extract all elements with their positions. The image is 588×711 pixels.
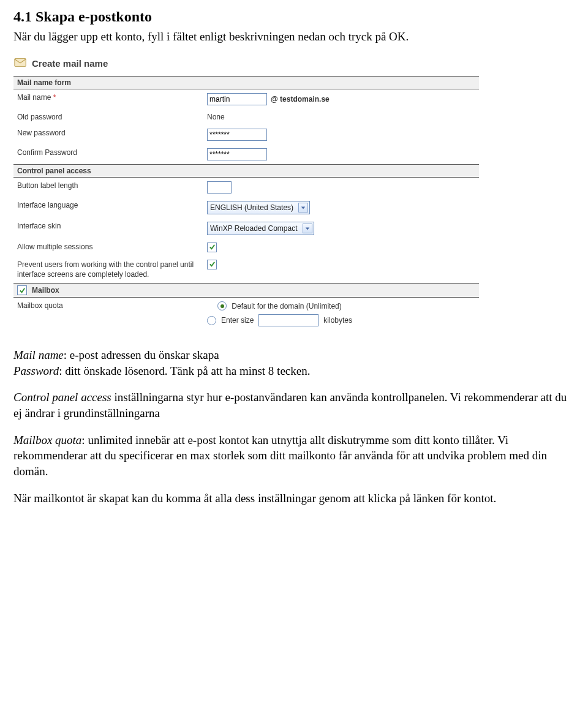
row-interface-language: Interface language ENGLISH (United State… xyxy=(13,197,479,218)
row-prevent-users: Prevent users from working with the cont… xyxy=(13,256,479,283)
quota-size-radio[interactable] xyxy=(207,316,216,325)
term-password: Password xyxy=(13,364,59,377)
quota-default-radio[interactable] xyxy=(217,301,227,310)
section-mailbox: Mailbox xyxy=(13,283,479,298)
mailbox-header-text: Mailbox xyxy=(32,286,59,295)
mailbox-checkbox[interactable] xyxy=(17,285,27,295)
required-mark: * xyxy=(53,93,56,102)
quota-option-size: Enter size kilobytes xyxy=(207,314,352,326)
term-quota: Mailbox quota xyxy=(13,434,81,446)
create-mail-form: Create mail name Mail name form Mail nam… xyxy=(13,56,479,330)
row-mail-name: Mail name * @ testdomain.se xyxy=(13,89,479,109)
label-prevent-users: Prevent users from working with the cont… xyxy=(17,260,207,279)
label-mail-name-text: Mail name xyxy=(17,93,51,102)
chevron-down-icon xyxy=(303,224,312,233)
confirm-password-input[interactable] xyxy=(207,148,267,160)
row-allow-multiple: Allow multiple sessions xyxy=(13,239,479,256)
term-mail-text: : e-post adressen du önskar skapa xyxy=(64,348,219,361)
prevent-users-checkbox[interactable] xyxy=(207,260,217,269)
button-label-length-input[interactable] xyxy=(207,181,232,194)
term-quota-text: : unlimited innebär att e-post kontot ka… xyxy=(13,434,547,478)
mail-name-input[interactable] xyxy=(207,93,267,105)
label-allow-multiple: Allow multiple sessions xyxy=(17,243,207,251)
term-mail-name: Mail name xyxy=(13,348,64,361)
para-end: När mailkontot är skapat kan du komma åt… xyxy=(13,491,575,506)
svg-marker-1 xyxy=(301,206,305,209)
para-cpa: Control panel access inställningarna sty… xyxy=(13,389,575,421)
chevron-down-icon xyxy=(298,203,308,213)
form-title-text: Create mail name xyxy=(32,58,108,69)
row-interface-skin: Interface skin WinXP Reloaded Compact xyxy=(13,218,479,239)
label-button-label-length: Button label length xyxy=(17,181,207,190)
section-control-panel-access: Control panel access xyxy=(13,164,479,178)
label-mail-name: Mail name * xyxy=(17,93,207,102)
section-mail-name-form: Mail name form xyxy=(13,76,479,89)
term-password-text: : ditt önskade lösenord. Tänk på att ha … xyxy=(59,364,310,377)
row-button-label-length: Button label length xyxy=(13,178,479,197)
label-interface-skin: Interface skin xyxy=(17,222,207,230)
new-password-input[interactable] xyxy=(207,129,267,141)
row-mailbox-quota: Mailbox quota Default for the domain (Un… xyxy=(13,298,479,330)
svg-marker-2 xyxy=(305,227,309,230)
quota-option-default: Default for the domain (Unlimited) xyxy=(217,301,341,310)
row-old-password: Old password None xyxy=(13,109,479,125)
interface-skin-select[interactable]: WinXP Reloaded Compact xyxy=(207,222,314,235)
label-new-password: New password xyxy=(17,129,207,137)
label-confirm-password: Confirm Password xyxy=(17,148,207,157)
quota-unit-label: kilobytes xyxy=(323,316,352,325)
old-password-value: None xyxy=(207,113,225,121)
section-heading: 4.1 Skapa e-postkonto xyxy=(13,9,575,25)
intro-paragraph: När du lägger upp ett konto, fyll i fält… xyxy=(13,29,575,45)
row-confirm-password: Confirm Password xyxy=(13,145,479,164)
interface-language-value: ENGLISH (United States) xyxy=(210,203,293,212)
mail-domain-text: @ testdomain.se xyxy=(271,95,330,103)
quota-size-input[interactable] xyxy=(258,314,318,326)
interface-skin-value: WinXP Reloaded Compact xyxy=(210,224,298,233)
interface-language-select[interactable]: ENGLISH (United States) xyxy=(207,201,310,214)
quota-default-label: Default for the domain (Unlimited) xyxy=(232,302,341,310)
allow-multiple-checkbox[interactable] xyxy=(207,243,217,252)
label-interface-language: Interface language xyxy=(17,201,207,209)
row-new-password: New password xyxy=(13,125,479,145)
para-mail-pw: Mail name: e-post adressen du önskar ska… xyxy=(13,347,575,378)
envelope-icon xyxy=(13,56,27,71)
para-quota: Mailbox quota: unlimited innebär att e-p… xyxy=(13,432,575,480)
form-title-row: Create mail name xyxy=(13,56,479,71)
svg-rect-0 xyxy=(15,58,26,66)
quota-enter-label: Enter size xyxy=(221,316,254,325)
label-mailbox-quota: Mailbox quota xyxy=(17,301,207,310)
label-old-password: Old password xyxy=(17,113,207,121)
term-cpa: Control panel access xyxy=(13,391,111,404)
